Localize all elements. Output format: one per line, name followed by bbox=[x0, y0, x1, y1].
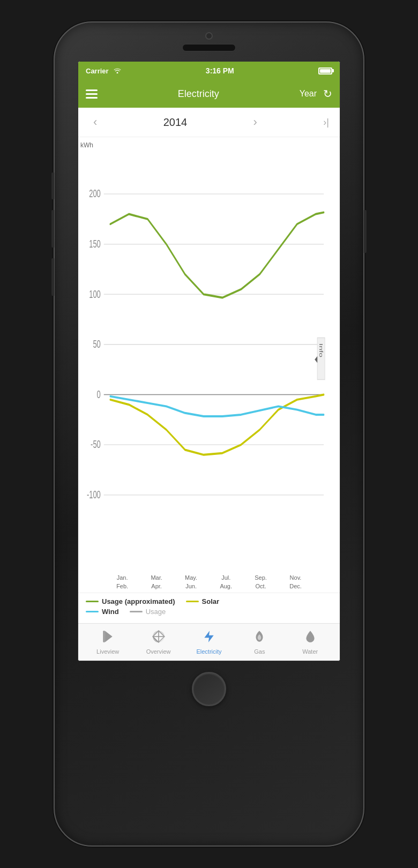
year-filter-label[interactable]: Year bbox=[300, 89, 317, 99]
current-year: 2014 bbox=[163, 116, 188, 129]
electricity-label: Electricity bbox=[196, 648, 221, 655]
wifi-icon bbox=[113, 67, 122, 75]
speaker bbox=[182, 44, 236, 51]
next-year-button[interactable]: › bbox=[249, 113, 262, 131]
electricity-icon bbox=[202, 630, 216, 647]
legend-row-2: Wind Usage bbox=[86, 608, 332, 616]
legend-usage-approx: Usage (approximated) bbox=[86, 597, 175, 605]
year-nav: ‹ 2014 › ›| bbox=[78, 108, 340, 137]
chart-area: kWh 200 150 100 50 0 -50 bbox=[78, 137, 340, 572]
phone-top bbox=[55, 23, 363, 51]
chart-svg: 200 150 100 50 0 -50 -100 bbox=[78, 137, 340, 572]
svg-text:100: 100 bbox=[89, 288, 101, 301]
screen: Carrier 3:16 PM bbox=[78, 61, 340, 661]
liveview-label: Liveview bbox=[96, 648, 119, 655]
status-bar: Carrier 3:16 PM bbox=[78, 62, 340, 80]
gas-icon bbox=[252, 630, 266, 647]
x-label-nov-dec: Nov. Dec. bbox=[289, 574, 302, 590]
liveview-icon bbox=[101, 630, 115, 647]
x-label-jul-aug: Jul. Aug. bbox=[220, 574, 232, 590]
svg-marker-16 bbox=[315, 356, 317, 363]
carrier-label: Carrier bbox=[86, 67, 109, 75]
svg-marker-17 bbox=[105, 631, 113, 642]
chart-legend: Usage (approximated) Solar Wind Usage bbox=[78, 593, 340, 623]
x-label-jan-feb: Jan. Feb. bbox=[116, 574, 128, 590]
nav-overview[interactable]: Overview bbox=[140, 630, 177, 655]
svg-text:50: 50 bbox=[93, 338, 100, 350]
legend-line-usage bbox=[130, 611, 143, 612]
volume-down-button[interactable] bbox=[51, 258, 54, 296]
svg-rect-18 bbox=[103, 631, 105, 642]
page-title: Electricity bbox=[178, 88, 219, 100]
x-label-mar-apr: Mar. Apr. bbox=[151, 574, 162, 590]
battery-icon bbox=[318, 68, 332, 74]
gas-label: Gas bbox=[254, 648, 265, 655]
legend-usage: Usage bbox=[130, 608, 166, 616]
legend-label-wind: Wind bbox=[102, 608, 119, 616]
prev-year-button[interactable]: ‹ bbox=[89, 113, 101, 131]
legend-label-usage-approx: Usage (approximated) bbox=[102, 597, 175, 605]
svg-text:200: 200 bbox=[89, 188, 101, 200]
legend-line-solar bbox=[186, 601, 199, 602]
nav-gas[interactable]: Gas bbox=[241, 630, 278, 655]
svg-text:150: 150 bbox=[89, 238, 101, 250]
nav-water[interactable]: Water bbox=[292, 630, 329, 655]
svg-marker-21 bbox=[204, 631, 213, 642]
power-button[interactable] bbox=[364, 210, 367, 253]
bottom-nav: Liveview Overview bbox=[78, 623, 340, 661]
svg-text:Info: Info bbox=[318, 343, 324, 357]
water-label: Water bbox=[302, 648, 318, 655]
home-button[interactable] bbox=[192, 672, 226, 706]
water-icon bbox=[303, 630, 317, 647]
legend-wind: Wind bbox=[86, 608, 119, 616]
overview-icon bbox=[152, 630, 166, 647]
phone-bottom bbox=[192, 672, 226, 706]
app-header: Electricity Year ↻ bbox=[78, 80, 340, 108]
volume-up-button[interactable] bbox=[51, 210, 54, 248]
svg-text:-100: -100 bbox=[87, 489, 101, 501]
legend-solar: Solar bbox=[186, 597, 220, 605]
status-bar-left: Carrier bbox=[86, 67, 122, 75]
x-axis: Jan. Feb. Mar. Apr. May. Jun. Jul. Aug. … bbox=[78, 572, 340, 593]
svg-text:0: 0 bbox=[97, 388, 101, 401]
legend-line-usage-approx bbox=[86, 601, 99, 602]
mute-button[interactable] bbox=[51, 173, 54, 199]
legend-label-solar: Solar bbox=[202, 597, 220, 605]
x-label-sep-oct: Sep. Oct. bbox=[255, 574, 267, 590]
latest-year-button[interactable]: ›| bbox=[323, 117, 329, 128]
menu-button[interactable] bbox=[86, 89, 98, 99]
nav-liveview[interactable]: Liveview bbox=[89, 630, 126, 655]
status-bar-right bbox=[318, 68, 332, 74]
header-right: Year ↻ bbox=[300, 87, 332, 100]
legend-label-usage: Usage bbox=[146, 608, 166, 616]
overview-label: Overview bbox=[146, 648, 171, 655]
x-label-may-jun: May. Jun. bbox=[185, 574, 197, 590]
status-time: 3:16 PM bbox=[206, 66, 234, 75]
svg-text:-50: -50 bbox=[91, 438, 101, 451]
phone-frame: Carrier 3:16 PM bbox=[54, 21, 364, 847]
refresh-button[interactable]: ↻ bbox=[323, 87, 332, 100]
camera bbox=[205, 32, 213, 40]
nav-electricity[interactable]: Electricity bbox=[190, 630, 228, 655]
legend-line-wind bbox=[86, 611, 99, 612]
legend-row-1: Usage (approximated) Solar bbox=[86, 597, 332, 605]
